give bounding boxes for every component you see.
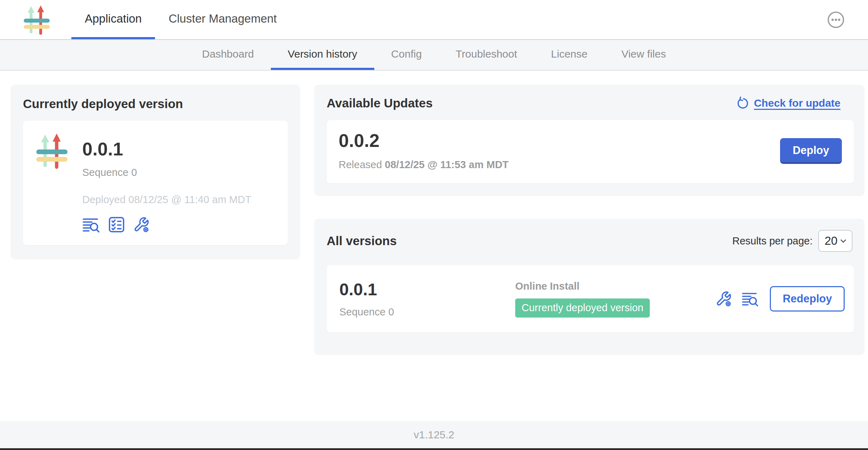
current-version-deployed-timestamp: Deployed 08/12/25 @ 11:40 am MDT [82, 194, 251, 206]
subtab-version-history-label: Version history [288, 48, 357, 60]
subtab-version-history[interactable]: Version history [271, 40, 374, 70]
released-date: 08/12/25 @ 11:53 am MDT [385, 159, 509, 170]
app-logo-icon [35, 133, 69, 169]
tab-cluster-management-label: Cluster Management [168, 12, 277, 25]
release-notes-icon[interactable] [82, 216, 100, 233]
subtab-license[interactable]: License [534, 40, 604, 70]
results-per-page-select[interactable]: 20 [818, 230, 852, 252]
check-for-update-label: Check for update [754, 97, 840, 109]
overflow-menu-button[interactable] [827, 11, 845, 29]
redeploy-button[interactable]: Redeploy [770, 286, 845, 312]
current-version-sequence: Sequence 0 [82, 167, 251, 178]
version-row: 0.0.1 Sequence 0 Online Install Currentl… [327, 265, 854, 332]
app-header: Application Cluster Management [0, 0, 868, 40]
version-row-info: 0.0.1 Sequence 0 [339, 280, 515, 318]
preflight-checks-icon[interactable] [108, 217, 125, 233]
app-footer: v1.125.2 [0, 421, 868, 448]
version-row-status: Online Install Currently deployed versio… [515, 280, 715, 318]
currently-deployed-info: 0.0.1 Sequence 0 Deployed 08/12/25 @ 11:… [82, 131, 251, 233]
right-column: Available Updates Check for update 0.0.2… [314, 85, 864, 355]
subtab-dashboard[interactable]: Dashboard [185, 40, 271, 70]
subtab-dashboard-label: Dashboard [202, 48, 254, 60]
config-icon[interactable] [715, 291, 732, 307]
subtab-config[interactable]: Config [374, 40, 439, 70]
top-nav: Application Cluster Management [71, 0, 290, 39]
console-version: v1.125.2 [414, 429, 454, 441]
subtab-troubleshoot[interactable]: Troubleshoot [439, 40, 534, 70]
tab-application[interactable]: Application [71, 0, 155, 39]
app-logo-icon [23, 5, 51, 35]
currently-deployed-card: 0.0.1 Sequence 0 Deployed 08/12/25 @ 11:… [23, 121, 288, 245]
subtab-view-files[interactable]: View files [605, 40, 683, 70]
tab-cluster-management[interactable]: Cluster Management [155, 0, 290, 39]
available-update-info: 0.0.2 Released 08/12/25 @ 11:53 am MDT [339, 130, 509, 171]
bottom-edge-strip [0, 448, 868, 450]
update-released-timestamp: Released 08/12/25 @ 11:53 am MDT [339, 159, 509, 171]
version-row-actions: Redeploy [715, 286, 845, 312]
install-type-label: Online Install [515, 280, 715, 292]
ellipsis-menu-icon [827, 11, 845, 29]
all-versions-title: All versions [327, 234, 397, 248]
currently-deployed-badge: Currently deployed version [515, 298, 650, 318]
update-version-number: 0.0.2 [339, 130, 509, 151]
current-version-actions [82, 216, 251, 233]
tab-application-label: Application [85, 12, 142, 25]
subtab-license-label: License [551, 48, 587, 60]
all-versions-panel: All versions Results per page: 20 0.0.1 … [314, 219, 864, 355]
all-versions-header: All versions Results per page: 20 [327, 230, 854, 252]
available-update-row: 0.0.2 Released 08/12/25 @ 11:53 am MDT D… [327, 120, 854, 183]
app-logo [23, 5, 51, 35]
refresh-icon [736, 96, 749, 110]
released-label: Released [339, 159, 382, 170]
subtab-troubleshoot-label: Troubleshoot [456, 48, 517, 60]
available-updates-panel: Available Updates Check for update 0.0.2… [314, 85, 864, 196]
header-spacer [290, 0, 827, 39]
deploy-button[interactable]: Deploy [780, 138, 842, 164]
version-row-sequence: Sequence 0 [339, 306, 515, 318]
config-icon[interactable] [133, 217, 149, 233]
results-per-page-group: Results per page: 20 [732, 230, 852, 252]
currently-deployed-title: Currently deployed version [23, 97, 288, 111]
currently-deployed-panel: Currently deployed version 0.0.1 Sequenc… [11, 85, 300, 259]
chevron-down-icon [839, 237, 847, 245]
results-per-page-label: Results per page: [732, 235, 813, 247]
check-for-update-link[interactable]: Check for update [736, 96, 840, 110]
current-version-number: 0.0.1 [82, 138, 251, 160]
app-logo [35, 133, 69, 169]
release-notes-icon[interactable] [742, 291, 759, 307]
available-updates-header: Available Updates Check for update [327, 96, 854, 110]
subtab-config-label: Config [391, 48, 422, 60]
main-content: Currently deployed version 0.0.1 Sequenc… [0, 71, 868, 421]
available-updates-title: Available Updates [327, 96, 433, 110]
subtab-view-files-label: View files [622, 48, 666, 60]
results-per-page-value: 20 [825, 234, 838, 248]
app-sub-nav: Dashboard Version history Config Trouble… [0, 40, 868, 71]
version-row-number: 0.0.1 [339, 280, 515, 299]
